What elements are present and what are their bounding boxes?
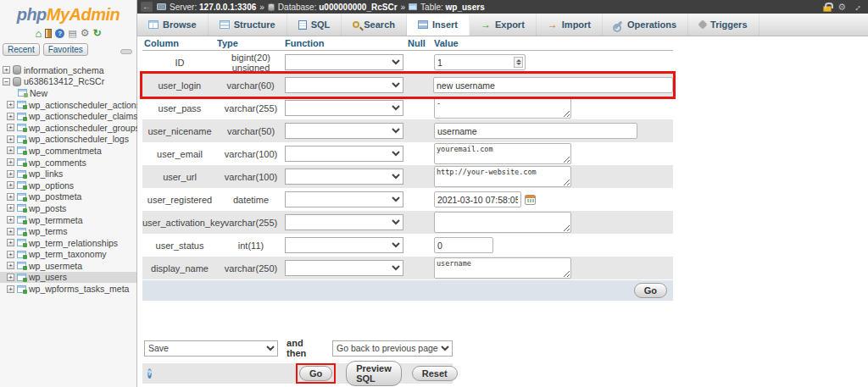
expand-icon[interactable]: +: [7, 204, 14, 212]
recent-tab[interactable]: Recent: [3, 43, 40, 56]
tab-search[interactable]: Search: [342, 14, 407, 36]
sidebar-item-table[interactable]: +wp_actionscheduler_actions: [0, 99, 136, 111]
expand-icon[interactable]: +: [7, 251, 14, 258]
user-nicename-value-input[interactable]: [434, 123, 637, 139]
function-select[interactable]: [285, 100, 403, 116]
expand-icon[interactable]: +: [7, 124, 14, 131]
sidebar-item-new-table[interactable]: New: [0, 87, 136, 99]
function-select[interactable]: [285, 260, 403, 276]
form-go-button[interactable]: Go: [634, 283, 667, 298]
user-activation-key-value-textarea[interactable]: [434, 212, 571, 233]
expand-icon[interactable]: +: [3, 66, 10, 74]
preview-sql-button[interactable]: Preview SQL: [346, 361, 402, 386]
expand-icon[interactable]: +: [7, 181, 14, 189]
tab-operations[interactable]: Operations: [603, 14, 688, 36]
operations-icon: [615, 20, 623, 29]
refresh-icon[interactable]: ↻: [92, 28, 101, 38]
reset-button[interactable]: Reset: [412, 366, 458, 381]
expand-icon[interactable]: +: [7, 147, 14, 154]
sidebar-item-table[interactable]: +wp_actionscheduler_logs: [0, 134, 136, 146]
function-select[interactable]: [285, 77, 403, 93]
home-icon[interactable]: ⌂: [35, 28, 42, 39]
function-select[interactable]: [285, 123, 403, 139]
go-button[interactable]: Go: [299, 366, 332, 381]
tab-triggers[interactable]: Triggers: [688, 14, 759, 36]
favorites-tab[interactable]: Favorites: [43, 43, 88, 56]
import-icon: →: [548, 20, 558, 29]
expand-icon[interactable]: +: [7, 285, 14, 293]
function-select[interactable]: [285, 54, 403, 70]
collapse-sidebar-button[interactable]: ←: [141, 2, 153, 12]
function-select[interactable]: [285, 191, 403, 207]
sidebar-item-table[interactable]: +wp_links: [0, 168, 136, 180]
expand-icon[interactable]: +: [7, 228, 14, 235]
sidebar-item-wp-users[interactable]: +wp_users: [0, 272, 136, 284]
lock-icon[interactable]: [823, 6, 832, 12]
docs-icon[interactable]: ▤: [68, 29, 76, 38]
insert-page: Column Type Function Null Value ID bigin…: [137, 36, 868, 387]
user-registered-value-input[interactable]: [434, 191, 521, 207]
tab-insert[interactable]: Insert: [407, 14, 470, 36]
table-icon: [17, 228, 26, 235]
settings-icon[interactable]: ⚙: [81, 28, 90, 38]
user-login-value-input[interactable]: [433, 77, 673, 93]
sidebar-item-table[interactable]: +wp_commentmeta: [0, 145, 136, 157]
user-status-value-input[interactable]: [434, 237, 493, 253]
help-icon[interactable]: ?: [147, 368, 152, 379]
sidebar-item-table[interactable]: +wp_usermeta: [0, 260, 136, 272]
expand-icon[interactable]: +: [7, 193, 14, 201]
topbar-right-icons: ⚙ ↔: [823, 2, 865, 12]
sidebar-item-table[interactable]: +wp_term_relationships: [0, 237, 136, 249]
display-name-value-textarea[interactable]: username: [434, 257, 571, 279]
breadcrumb-server[interactable]: Server: 127.0.0.1:3306: [170, 3, 256, 12]
calendar-icon[interactable]: [525, 195, 536, 205]
function-select[interactable]: [285, 214, 403, 230]
sidebar-item-table[interactable]: +wp_wpforms_tasks_meta: [0, 283, 136, 295]
sidebar-item-table[interactable]: +wp_postmeta: [0, 191, 136, 203]
tab-sql[interactable]: SQL: [287, 14, 342, 36]
number-spinner-icon[interactable]: [514, 57, 523, 68]
sidebar-item-table[interactable]: +wp_comments: [0, 157, 136, 169]
user-url-value-textarea[interactable]: http://your-website.com: [434, 166, 571, 187]
id-value-input[interactable]: [434, 54, 526, 70]
tab-import[interactable]: →Import: [537, 14, 603, 36]
sidebar-item-table[interactable]: +wp_actionscheduler_claims: [0, 110, 136, 122]
function-select[interactable]: [285, 146, 403, 162]
function-select[interactable]: [285, 237, 403, 253]
expand-icon[interactable]: +: [7, 170, 14, 178]
expand-icon[interactable]: +: [7, 239, 14, 246]
logout-icon[interactable]: [45, 29, 52, 38]
expand-icon[interactable]: +: [7, 135, 14, 143]
sidebar-item-table[interactable]: +wp_options: [0, 180, 136, 191]
help-icon[interactable]: ?: [55, 29, 64, 38]
breadcrumb-table[interactable]: Table: wp_users: [420, 3, 485, 12]
tab-structure[interactable]: Structure: [209, 14, 287, 36]
settings-icon[interactable]: ⚙: [837, 3, 846, 12]
sidebar-item-table[interactable]: +wp_terms: [0, 225, 136, 237]
sidebar-item-database-root[interactable]: − u638613412_RcSCr: [0, 76, 136, 88]
user-email-value-textarea[interactable]: youremail.com: [434, 143, 571, 164]
row-user-nicename: user_nicename varchar(50): [142, 119, 673, 142]
sidebar-item-table[interactable]: +wp_actionscheduler_groups: [0, 122, 136, 134]
tab-export[interactable]: →Export: [470, 14, 537, 36]
expand-icon[interactable]: +: [7, 274, 14, 281]
sidebar-item-information-schema[interactable]: + information_schema: [0, 64, 136, 76]
expand-icon[interactable]: +: [7, 101, 14, 108]
insert-action-select[interactable]: Save: [144, 340, 278, 357]
expand-icon[interactable]: +: [7, 262, 14, 269]
sidebar-resize-handle[interactable]: [120, 49, 132, 54]
user-pass-value-textarea[interactable]: -: [434, 97, 571, 119]
expand-icon[interactable]: +: [7, 158, 14, 166]
expand-icon[interactable]: +: [7, 216, 14, 224]
sidebar-item-table[interactable]: +wp_term_taxonomy: [0, 249, 136, 261]
sidebar-item-table[interactable]: +wp_termmeta: [0, 214, 136, 226]
sidebar-item-table[interactable]: +wp_posts: [0, 202, 136, 214]
breadcrumb-database[interactable]: Database: u000000000_RcSCr: [278, 3, 398, 12]
expand-icon[interactable]: ↔: [849, 0, 863, 14]
table-icon: [17, 124, 26, 131]
expand-icon[interactable]: +: [7, 113, 14, 120]
collapse-icon[interactable]: −: [3, 78, 10, 86]
after-insert-select[interactable]: Go back to previous page: [332, 340, 453, 357]
tab-browse[interactable]: Browse: [137, 14, 209, 36]
function-select[interactable]: [285, 169, 403, 185]
